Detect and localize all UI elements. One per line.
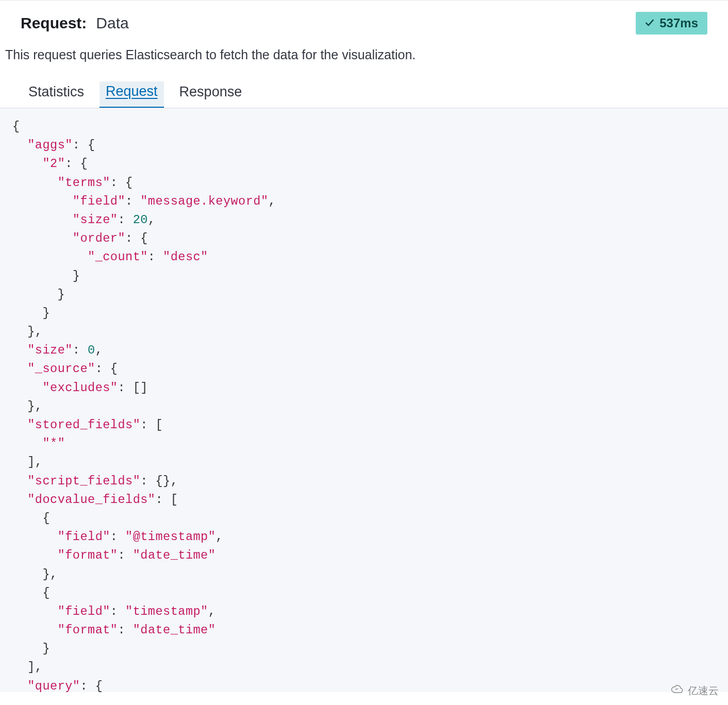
request-title-value: Data xyxy=(96,14,128,32)
cloud-icon xyxy=(670,684,685,692)
header-row: Request: Data 537ms xyxy=(0,1,728,35)
tab-bar: Statistics Request Response xyxy=(0,64,728,108)
inspector-panel: Request: Data 537ms This request queries… xyxy=(0,0,728,692)
request-body-code[interactable]: { "aggs": { "2": { "terms": { "field": "… xyxy=(0,108,728,692)
watermark-text: 亿速云 xyxy=(688,684,719,692)
timing-value: 537ms xyxy=(659,16,698,30)
request-description: This request queries Elasticsearch to fe… xyxy=(0,35,728,64)
tab-request[interactable]: Request xyxy=(100,81,164,108)
request-title-label: Request: xyxy=(21,14,87,32)
watermark: 亿速云 xyxy=(670,684,719,692)
tab-statistics[interactable]: Statistics xyxy=(28,81,84,108)
check-icon xyxy=(645,16,654,30)
tab-response[interactable]: Response xyxy=(179,81,242,108)
title-block: Request: Data xyxy=(21,14,129,32)
timing-badge: 537ms xyxy=(636,12,707,35)
